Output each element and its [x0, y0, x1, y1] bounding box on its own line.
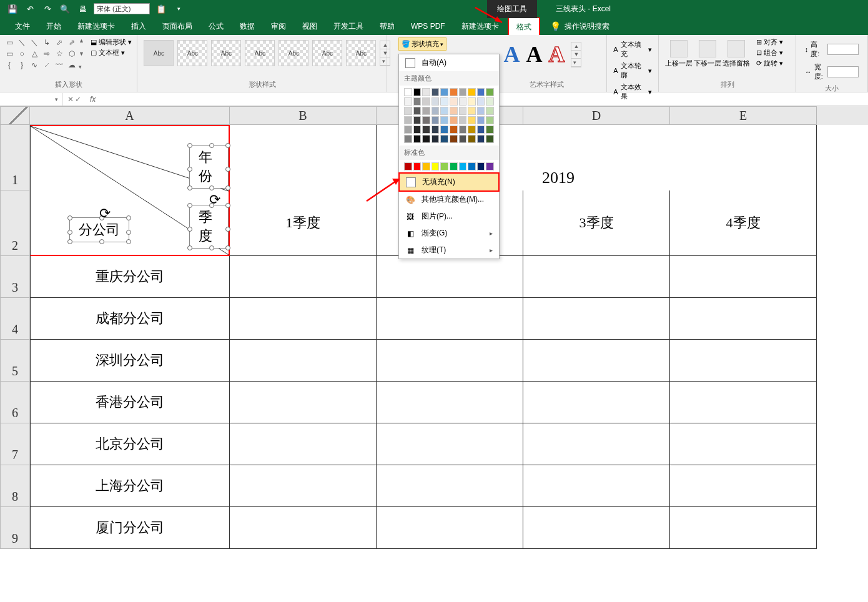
- color-swatch[interactable]: [468, 126, 476, 134]
- cell[interactable]: [377, 423, 523, 465]
- color-swatch[interactable]: [477, 135, 485, 143]
- col-header-a[interactable]: A: [30, 106, 230, 125]
- cell-quarter-3[interactable]: 3季度: [523, 190, 670, 256]
- cell-branch[interactable]: 上海分公司: [30, 465, 230, 507]
- style-preset-3[interactable]: Abc: [211, 40, 241, 66]
- cell-branch[interactable]: 成都分公司: [30, 298, 230, 340]
- tab-insert[interactable]: 插入: [124, 17, 154, 36]
- send-backward-button[interactable]: 下移一层: [694, 40, 721, 68]
- color-swatch[interactable]: [459, 107, 467, 115]
- cell[interactable]: [377, 256, 523, 298]
- redo-icon[interactable]: ↷: [41, 2, 54, 15]
- color-swatch[interactable]: [440, 116, 448, 124]
- color-swatch[interactable]: [477, 97, 485, 106]
- col-header-e[interactable]: E: [670, 106, 817, 125]
- shapes-gallery-scroll[interactable]: ▲▼▾: [77, 37, 86, 70]
- print-icon[interactable]: 🖶: [76, 2, 89, 15]
- cell[interactable]: [230, 507, 377, 549]
- color-swatch[interactable]: [468, 116, 476, 124]
- color-swatch[interactable]: [404, 107, 412, 115]
- tab-data[interactable]: 数据: [232, 17, 262, 36]
- color-swatch[interactable]: [486, 88, 494, 96]
- fill-gradient-item[interactable]: ◧ 渐变(G) ▸: [399, 225, 499, 242]
- color-swatch[interactable]: [450, 107, 458, 115]
- tab-page-layout[interactable]: 页面布局: [155, 17, 200, 36]
- color-swatch[interactable]: [477, 162, 485, 170]
- shape-star-icon[interactable]: ☆: [54, 49, 65, 59]
- color-swatch[interactable]: [459, 116, 467, 124]
- color-swatch[interactable]: [413, 126, 422, 134]
- cell-branch[interactable]: 北京分公司: [30, 423, 230, 465]
- cell[interactable]: [377, 382, 523, 423]
- row-header-3[interactable]: 3: [0, 256, 30, 298]
- color-swatch[interactable]: [450, 116, 458, 124]
- shape-triangle-icon[interactable]: △: [29, 49, 40, 59]
- shape-line-icon[interactable]: ＼: [16, 37, 27, 47]
- cell[interactable]: [670, 465, 817, 507]
- color-swatch[interactable]: [422, 116, 430, 124]
- color-swatch[interactable]: [432, 116, 440, 124]
- height-input[interactable]: [827, 44, 859, 55]
- style-preset-1[interactable]: Abc: [144, 40, 174, 66]
- cell[interactable]: [523, 382, 670, 423]
- color-swatch[interactable]: [422, 135, 430, 143]
- color-swatch[interactable]: [486, 97, 494, 106]
- shape-rarrow-icon[interactable]: ⇨: [41, 49, 52, 59]
- cell-quarter-4[interactable]: 4季度: [670, 190, 817, 256]
- text-outline-button[interactable]: A文本轮廓 ▾: [613, 61, 652, 80]
- width-input[interactable]: [827, 66, 859, 77]
- align-button[interactable]: ⊞ 对齐 ▾: [756, 37, 783, 47]
- wordart-gallery[interactable]: A A A ▲▼▾: [491, 37, 603, 71]
- cell[interactable]: [670, 507, 817, 549]
- color-swatch[interactable]: [422, 126, 430, 134]
- cell[interactable]: [523, 423, 670, 465]
- color-swatch[interactable]: [468, 97, 476, 106]
- color-swatch[interactable]: [440, 88, 448, 96]
- handle-icon[interactable]: [126, 215, 131, 220]
- tab-developer[interactable]: 开发工具: [326, 17, 371, 36]
- fill-no-fill-item[interactable]: 无填充(N): [398, 172, 500, 192]
- handle-icon[interactable]: [187, 245, 192, 250]
- cell[interactable]: [670, 256, 817, 298]
- enter-icon[interactable]: ✓: [75, 95, 81, 104]
- shape-rbrace-icon[interactable]: }: [16, 60, 27, 70]
- color-swatch[interactable]: [404, 88, 412, 96]
- row-header-9[interactable]: 9: [0, 507, 30, 549]
- handle-icon[interactable]: [225, 227, 230, 232]
- cancel-icon[interactable]: ✕: [67, 95, 74, 104]
- color-swatch[interactable]: [422, 107, 430, 115]
- handle-icon[interactable]: [225, 143, 230, 148]
- cell[interactable]: [230, 256, 377, 298]
- handle-icon[interactable]: [187, 203, 192, 208]
- select-all-triangle[interactable]: [0, 106, 30, 125]
- cell[interactable]: [523, 340, 670, 382]
- cell[interactable]: [670, 340, 817, 382]
- cell[interactable]: [523, 298, 670, 340]
- bring-forward-button[interactable]: 上移一层: [665, 40, 693, 68]
- color-swatch[interactable]: [477, 126, 485, 134]
- cell[interactable]: [670, 298, 817, 340]
- wordart-preset-1[interactable]: A: [503, 41, 520, 67]
- shape-hex-icon[interactable]: ⬡: [66, 49, 77, 59]
- edit-shape-button[interactable]: ⬓ 编辑形状 ▾: [91, 37, 132, 47]
- shape-textbox-icon[interactable]: ▭: [4, 37, 15, 47]
- cell[interactable]: [230, 382, 377, 423]
- style-preset-5[interactable]: Abc: [279, 40, 308, 66]
- color-swatch[interactable]: [459, 162, 467, 170]
- cell[interactable]: [230, 465, 377, 507]
- handle-icon[interactable]: [209, 143, 214, 148]
- color-swatch[interactable]: [413, 97, 422, 106]
- color-swatch[interactable]: [459, 135, 467, 143]
- handle-icon[interactable]: [225, 245, 230, 250]
- color-swatch[interactable]: [459, 126, 467, 134]
- font-name-box[interactable]: 宋体 (正文): [94, 3, 150, 14]
- tab-formulas[interactable]: 公式: [201, 17, 231, 36]
- tab-view[interactable]: 视图: [295, 17, 325, 36]
- shape-connector-icon[interactable]: ↳: [41, 37, 52, 47]
- shape-fill-button[interactable]: 🪣 形状填充 ▾: [398, 37, 446, 51]
- shape-curve-icon[interactable]: ∿: [29, 60, 40, 70]
- color-swatch[interactable]: [422, 88, 430, 96]
- tab-newtab2[interactable]: 新建选项卡: [454, 17, 506, 36]
- year-textbox[interactable]: 年份 ⟳: [189, 145, 229, 189]
- cell-branch[interactable]: 深圳分公司: [30, 340, 230, 382]
